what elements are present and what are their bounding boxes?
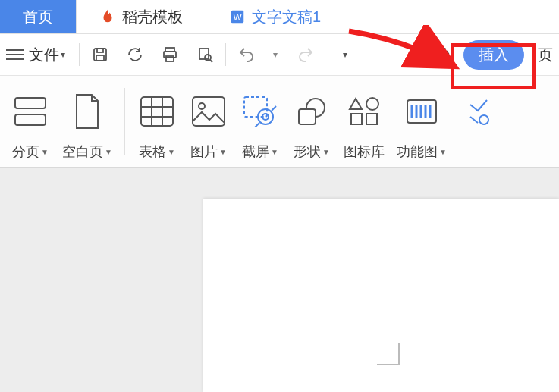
chevron-down-icon: ▼ xyxy=(168,148,175,156)
word-doc-icon: W xyxy=(229,8,246,25)
chevron-down-icon: ▾ xyxy=(61,49,65,60)
hamburger-icon[interactable] xyxy=(6,49,24,60)
separator xyxy=(225,43,226,66)
tab-doc-label: 文字文稿1 xyxy=(252,7,321,27)
undo-icon[interactable] xyxy=(237,45,256,64)
document-page[interactable] xyxy=(203,199,559,392)
redo-icon[interactable] xyxy=(296,45,316,64)
chevron-down-icon[interactable]: ▾ xyxy=(273,49,278,60)
blankpage-icon xyxy=(68,83,107,140)
chevron-down-icon: ▼ xyxy=(219,148,227,156)
ribbon-pagebreak[interactable]: 分页▼ xyxy=(5,76,56,167)
ribbon-picture[interactable]: 图片▼ xyxy=(183,76,234,167)
ribbon-screenshot[interactable]: 截屏▼ xyxy=(234,76,286,167)
ribbon-tab-page[interactable]: 页 xyxy=(538,45,553,65)
svg-text:W: W xyxy=(233,12,242,23)
ribbon-pagebreak-label: 分页 xyxy=(12,143,39,161)
iconlib-icon xyxy=(344,83,384,140)
separator xyxy=(79,43,80,66)
svg-rect-11 xyxy=(15,114,46,125)
tab-home-label: 首页 xyxy=(23,7,53,27)
chevron-down-icon: ▼ xyxy=(105,148,112,156)
ribbon-more[interactable]: x xyxy=(453,76,498,167)
svg-rect-23 xyxy=(299,109,316,124)
chevron-down-icon[interactable]: ▾ xyxy=(343,49,347,60)
svg-point-18 xyxy=(199,103,205,109)
ribbon-tab-insert[interactable]: 插入 xyxy=(463,40,524,70)
picture-icon xyxy=(189,83,228,140)
table-icon xyxy=(137,83,177,140)
svg-rect-10 xyxy=(15,98,46,108)
svg-rect-27 xyxy=(366,114,377,124)
separator xyxy=(124,88,125,155)
ribbon-iconlib-label: 图标库 xyxy=(344,143,385,161)
svg-rect-8 xyxy=(199,49,209,59)
svg-rect-17 xyxy=(193,97,225,126)
ribbon-func[interactable]: 功能图▼ xyxy=(391,76,453,167)
tab-template[interactable]: 稻壳模板 xyxy=(77,0,206,33)
ribbon-iconlib[interactable]: 图标库 xyxy=(338,76,391,167)
ribbon-shape[interactable]: 形状▼ xyxy=(286,76,338,167)
svg-point-20 xyxy=(258,109,273,124)
shape-icon xyxy=(292,83,331,140)
ribbon-picture-label: 图片 xyxy=(190,143,218,161)
pagebreak-icon xyxy=(11,83,50,140)
chevron-down-icon: ▼ xyxy=(439,148,447,156)
ribbon-blankpage-label: 空白页 xyxy=(62,143,103,161)
tab-doc[interactable]: W 文字文稿1 xyxy=(206,0,344,33)
screenshot-icon xyxy=(240,83,280,140)
ribbon-table-label: 表格 xyxy=(139,143,166,161)
sync-icon[interactable] xyxy=(125,45,145,64)
ribbon-screenshot-label: 截屏 xyxy=(242,143,269,161)
print-preview-icon[interactable] xyxy=(195,45,215,64)
svg-point-25 xyxy=(366,98,378,110)
flame-icon xyxy=(99,8,116,25)
ribbon-tab-start[interactable]: 开始 xyxy=(419,45,450,65)
chevron-down-icon: ▼ xyxy=(322,148,330,156)
more-icon xyxy=(459,83,498,142)
tab-home[interactable]: 首页 xyxy=(0,0,77,33)
svg-rect-3 xyxy=(97,49,103,52)
ribbon-func-label: 功能图 xyxy=(397,143,438,161)
ribbon-table[interactable]: 表格▼ xyxy=(131,76,183,167)
svg-rect-7 xyxy=(166,56,174,61)
svg-marker-24 xyxy=(350,99,362,109)
svg-rect-12 xyxy=(141,97,173,126)
tab-template-label: 稻壳模板 xyxy=(122,7,183,27)
margin-marker xyxy=(377,343,400,365)
menu-file[interactable]: 文件 xyxy=(29,45,59,65)
barcode-icon xyxy=(402,83,441,140)
chevron-down-icon: ▼ xyxy=(41,148,49,156)
ribbon-blankpage[interactable]: 空白页▼ xyxy=(56,76,118,167)
chevron-down-icon: ▼ xyxy=(271,148,278,156)
svg-rect-26 xyxy=(351,114,362,124)
document-canvas[interactable] xyxy=(0,168,559,392)
svg-point-34 xyxy=(479,115,488,124)
ribbon-shape-label: 形状 xyxy=(294,143,321,161)
save-icon[interactable] xyxy=(90,45,110,64)
svg-rect-4 xyxy=(96,55,104,61)
print-icon[interactable] xyxy=(160,45,180,64)
